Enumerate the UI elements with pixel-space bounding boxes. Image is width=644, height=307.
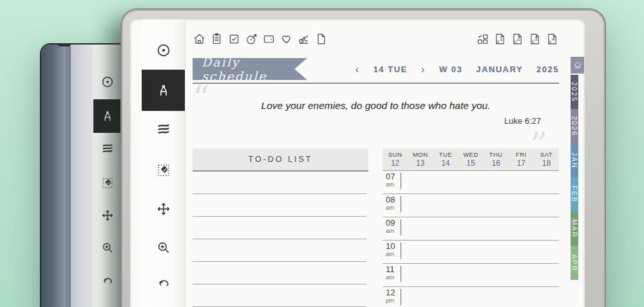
goals-icon[interactable] [245,32,258,46]
svg-text:D: D [531,40,534,44]
fineliner-pen-icon[interactable] [100,109,115,123]
week-day-strip: SUN 12 MON 13 TUE 14 [383,148,559,171]
week-day-cell[interactable]: SUN 12 [383,148,408,170]
todo-list-title: TO-DO LIST [249,155,313,164]
week-day-name: SAT [540,151,553,158]
daily-page-1-icon[interactable]: D1 [493,32,507,46]
week-day-name: MON [413,151,428,158]
power-button[interactable] [58,43,70,46]
templates-grid-icon[interactable] [476,32,489,46]
back-tool-sidebar [93,45,122,307]
fitness-icon[interactable] [297,32,310,46]
week-label[interactable]: W 03 [439,64,462,74]
week-day-cell[interactable]: TUE 14 [433,148,458,170]
week-day-name: TUE [439,151,453,158]
tablet-metal-edge [41,45,71,307]
schedule-slot[interactable]: 11 am [383,264,559,287]
next-day-chevron[interactable]: › [421,64,426,75]
planner-page: D1 D2 D3 D4 Daily schedule ‹ 14 TUE › W … [193,19,559,307]
schedule-slot[interactable]: 10 am [383,241,559,264]
slot-hour: 10 [386,242,395,251]
side-tab-label: JAN [571,152,578,169]
month-label[interactable]: JANUARY [476,64,523,74]
move-icon[interactable] [155,201,171,217]
top-toolbar: D1 D2 D3 D4 [193,32,559,46]
daily-page-3-icon[interactable]: D3 [528,32,542,46]
section-icons [193,32,328,46]
home-tab[interactable] [571,57,584,74]
move-icon[interactable] [100,208,115,223]
week-day-number: 17 [517,159,526,168]
year-label[interactable]: 2025 [536,64,559,74]
svg-text:4: 4 [552,35,555,42]
week-day-name: WED [463,151,478,158]
schedule-slot[interactable]: 09 am [383,217,559,241]
side-tab[interactable]: FEB [571,177,578,212]
svg-text:D: D [549,40,551,44]
todo-list-header: TO-DO LIST [193,148,368,172]
eraser-icon[interactable] [100,176,115,190]
zoom-in-icon[interactable] [100,241,115,255]
schedule-slot[interactable]: 07 am [383,171,559,194]
todo-line[interactable] [193,193,366,194]
slot-meridiem: am [386,228,395,234]
slot-tick-divider [401,173,401,189]
ballpoint-pen-icon[interactable] [155,43,171,59]
side-tab[interactable]: 2026 [571,109,578,143]
todo-line[interactable] [193,216,366,217]
marker-icon[interactable] [155,121,171,137]
week-day-cell[interactable]: THU 16 [484,148,509,170]
daily-page-2-icon[interactable]: D2 [511,32,524,46]
side-tab[interactable]: MAR [571,212,578,246]
week-day-name: FRI [516,151,527,158]
home-icon[interactable] [193,32,206,46]
schedule-slot[interactable]: 08 am [383,194,559,217]
daily-page-4-icon[interactable]: D4 [545,32,559,46]
todo-line[interactable] [193,284,366,284]
fineliner-pen-icon[interactable] [155,83,171,99]
schedule-slot[interactable]: 12 pm [383,287,559,307]
week-day-number: 12 [391,159,399,168]
quote-reference: Luke 6:27 [504,116,541,126]
tool-sidebar [142,19,185,307]
week-day-number: 18 [542,159,551,168]
undo-icon[interactable] [155,276,171,292]
side-tab-label: APR [571,254,578,272]
week-day-number: 15 [466,159,475,168]
week-day-cell[interactable]: SAT 18 [534,148,559,170]
home-icon [573,61,582,70]
slot-meridiem: am [386,181,395,188]
svg-text:1: 1 [500,35,503,42]
tablet-bezel [71,45,93,307]
page-title-banner: Daily schedule [193,58,307,80]
slot-tick-divider [401,196,401,212]
prev-day-chevron[interactable]: ‹ [355,64,359,75]
todo-line[interactable] [193,261,366,262]
week-day-cell[interactable]: MON 13 [408,148,433,170]
slot-hour: 11 [386,265,395,274]
slot-tick-divider [401,289,401,305]
front-tablet-device: 2025 2026 JAN FEB [120,8,606,307]
side-tab[interactable]: APR [571,246,578,280]
undo-icon[interactable] [100,274,115,288]
current-day-label[interactable]: 14 TUE [374,64,408,74]
daily-quote: Love your enemies, do good to those who … [193,100,559,112]
svg-text:D: D [497,40,499,44]
slot-hour: 09 [386,219,395,228]
todo-line[interactable] [193,239,366,239]
week-day-cell[interactable]: WED 15 [458,148,483,170]
slot-meridiem: am [386,204,395,211]
health-icon[interactable] [279,32,293,46]
wallet-icon[interactable] [262,32,276,46]
week-day-cell[interactable]: FRI 17 [509,148,534,170]
new-page-icon[interactable] [314,32,328,46]
marker-icon[interactable] [100,141,115,155]
notes-icon[interactable] [210,32,223,46]
side-tab[interactable]: 2025 [571,75,578,109]
eraser-icon[interactable] [155,163,171,179]
side-tab[interactable]: JAN [571,143,578,177]
ballpoint-pen-icon[interactable] [100,75,115,89]
scene: 2025 2026 JAN FEB [0,0,644,307]
zoom-in-icon[interactable] [155,240,171,256]
tasks-icon[interactable] [227,32,241,46]
